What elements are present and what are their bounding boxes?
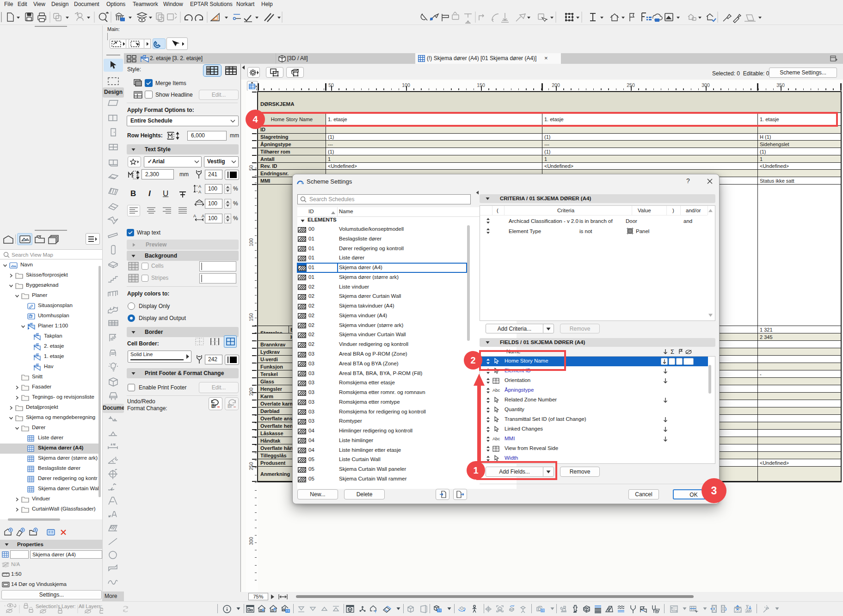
svg-text:I: I — [215, 404, 216, 409]
svg-text:A: A — [193, 214, 196, 218]
svg-text:A: A — [198, 190, 201, 194]
svg-text:A: A — [202, 214, 204, 218]
svg-text:I: I — [231, 404, 232, 409]
svg-text:A: A — [198, 184, 201, 189]
